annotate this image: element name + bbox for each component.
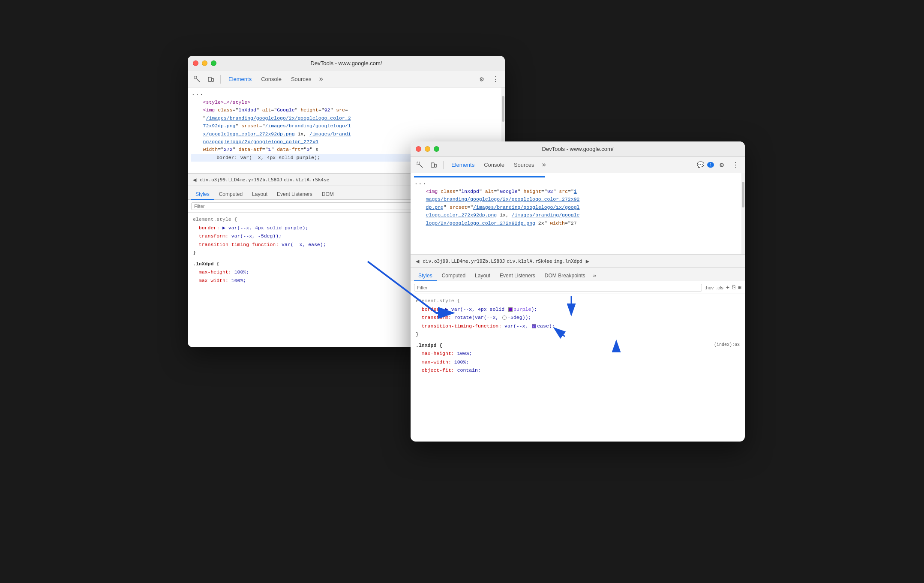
more-icon-front[interactable]: ⋮ [729,159,741,171]
svg-line-5 [420,165,423,168]
hov-btn-front[interactable]: :hov [705,285,714,290]
style-tab-dombreak-front[interactable]: DOM Breakpoints [540,271,590,281]
title-bar-back: DevTools - www.google.com/ [188,56,505,71]
bc-arrow-front[interactable]: ◀ [414,257,421,266]
new-style-icon[interactable]: + [726,284,729,291]
filter-bar-front: :hov .cls + ⎘ ⊞ [411,281,745,294]
dom-line-img: <img class="lnXdpd" alt="Google" height=… [191,106,501,114]
style-tab-layout-back[interactable]: Layout [248,189,272,200]
toolbar-front: Elements Console Sources » 💬 1 ⚙ ⋮ [411,157,745,173]
css-close1-front: } [416,330,740,339]
copy-style-icon[interactable]: ⎘ [732,284,735,291]
style-tab-events-back[interactable]: Event Listeners [273,189,317,200]
maximize-button-back[interactable] [211,60,216,66]
svg-rect-6 [431,163,434,167]
tab-more-front[interactable]: » [540,159,549,171]
svg-line-1 [197,79,200,82]
dom-line-img-front: <img class="lnXdpd" alt="Google" height=… [414,188,741,195]
comment-icon-area: 💬 1 [694,159,714,171]
css-selector2-front: .lnXdpd { (index):63 [416,341,740,350]
bc-item-1-front: div.o3j99.LLD4me.yr19Zb.LS8OJ [423,258,505,264]
minimize-button-back[interactable] [202,60,207,66]
bc-item-2-back: div.k1zlA.rSk4se [284,177,330,183]
css-rule-maxw-front: max-width: 100%; [416,358,740,367]
dom-code-front: <img class="lnXdpd" alt="Google" height=… [414,188,741,227]
breadcrumb-front: ◀ div.o3j99.LLD4me.yr19Zb.LS8OJ div.k1zl… [411,255,745,267]
color-swatch-purple[interactable] [508,307,513,312]
css-rule-transform-front: transform: rotate(var(--x, -5deg)); [416,313,740,322]
svg-rect-7 [435,164,436,167]
tab-bar-front: Elements Console Sources » [447,159,693,171]
index-ref: (index):63 [714,341,740,350]
css-selector1-front: element.style { [416,297,740,305]
cls-btn-front[interactable]: .cls [716,285,723,290]
tab-console-front[interactable]: Console [480,160,509,170]
scrollbar-thumb-dom-back[interactable] [502,96,504,122]
bc-arrow-right-front[interactable]: ▶ [584,257,591,266]
device-icon[interactable] [205,73,217,85]
scene: DevTools - www.google.com/ Elements Cons… [162,34,762,549]
css-rule-border-front: border: ▶ var(--x, 4px solid purple); [416,305,740,314]
dom-dots-front: ... [414,179,741,186]
title-bar-front: DevTools - www.google.com/ [411,141,745,157]
dom-dots-back: ... [191,90,501,97]
css-rule-transition-front: transition-timing-function: var(--x, eas… [416,322,740,331]
maximize-button-front[interactable] [434,146,439,152]
bc-arrow-back[interactable]: ◀ [191,175,198,184]
css-rule-objfit-front: object-fit: contain; [416,366,740,375]
style-tab-styles-front[interactable]: Styles [414,271,437,281]
layout-icon[interactable]: ⊞ [738,284,741,291]
gear-icon-back[interactable]: ⚙ [476,73,488,85]
style-tab-dom-back[interactable]: DOM [318,189,338,200]
bc-item-1-back: div.o3j99.LLD4me.yr19Zb.LS8OJ [200,177,282,183]
style-tab-computed-back[interactable]: Computed [215,189,247,200]
style-tab-computed-front[interactable]: Computed [438,271,470,281]
style-tab-more-front[interactable]: » [591,271,599,281]
minimize-button-front[interactable] [425,146,430,152]
scrollbar-thumb-dom-front[interactable] [742,182,744,207]
dom-line-src4-front: logo/2x/googlelogo_color_272x92dp.png 2x… [414,219,741,227]
separator-front [443,161,444,169]
dom-highlight-bar [414,176,741,177]
window-title-back: DevTools - www.google.com/ [311,60,382,66]
tab-sources-front[interactable]: Sources [510,160,539,170]
inspect-icon-front[interactable] [414,159,426,171]
style-tab-events-front[interactable]: Event Listeners [495,271,540,281]
separator-1 [220,75,221,84]
css-area-front: element.style { border: ▶ var(--x, 4px s… [411,294,745,377]
toolbar-back: Elements Console Sources » ⚙ ⋮ [188,71,505,87]
tab-console-back[interactable]: Console [257,74,286,84]
scrollbar-dom-front[interactable] [741,173,745,254]
traffic-lights-front [416,146,439,152]
more-icon-back[interactable]: ⋮ [489,73,501,85]
filter-input-front[interactable] [414,284,702,292]
styles-tabs-front: Styles Computed Layout Event Listeners D… [411,267,745,281]
tab-sources-back[interactable]: Sources [287,74,316,84]
dom-line-src3: x/googlelogo_color_272x92dp.png 1x, /ima… [191,130,501,138]
svg-rect-4 [417,162,420,165]
dom-area-front: ... <img class="lnXdpd" alt="Google" hei… [411,173,745,255]
dom-line-style: <style>…</style> [191,99,501,106]
comment-icon[interactable]: 💬 [694,159,706,171]
device-icon-front[interactable] [428,159,440,171]
style-tab-styles-back[interactable]: Styles [191,189,214,200]
dom-line-src3-front: elogo_color_272x92dp.png 1x, /images/bra… [414,211,741,219]
svg-rect-3 [212,78,213,81]
ease-swatch[interactable] [532,324,536,328]
svg-rect-2 [208,77,211,81]
css-rule-maxh-front: max-height: 100%; [416,349,740,358]
tab-elements-back[interactable]: Elements [224,74,256,84]
tab-more-back[interactable]: » [317,74,326,85]
bc-item-3-front: img.lnXdpd [554,258,582,264]
inspect-icon[interactable] [191,73,203,85]
style-tab-layout-front[interactable]: Layout [471,271,495,281]
devtools-window-front: DevTools - www.google.com/ Elements Cons… [411,141,745,442]
gear-icon-front[interactable]: ⚙ [716,159,728,171]
window-title-front: DevTools - www.google.com/ [542,146,614,152]
tab-elements-front[interactable]: Elements [447,160,479,170]
traffic-lights-back [193,60,216,66]
close-button-back[interactable] [193,60,198,66]
close-button-front[interactable] [416,146,421,152]
dom-line-src2-front: dp.png" srcset="/images/branding/googlel… [414,204,741,211]
circle-swatch[interactable] [502,316,507,320]
